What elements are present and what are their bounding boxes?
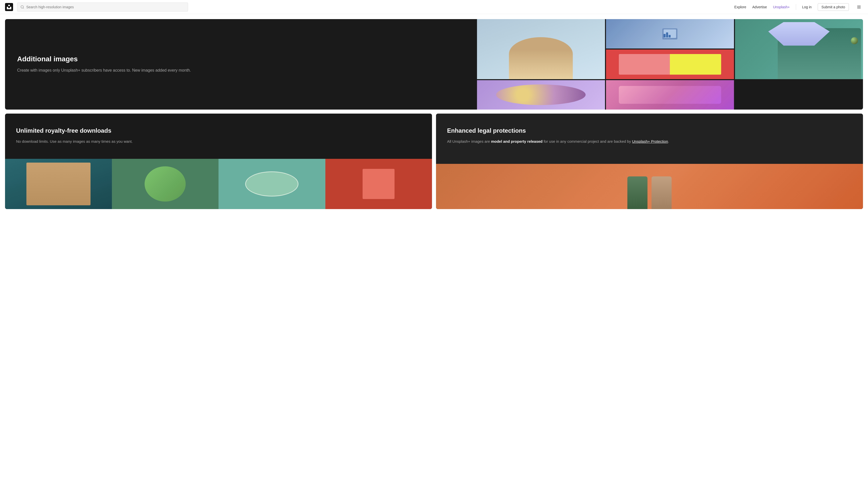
downloads-title: Unlimited royalty-free downloads bbox=[16, 127, 421, 134]
chart-bar-1 bbox=[663, 34, 665, 37]
nav-explore[interactable]: Explore bbox=[734, 5, 746, 9]
navbar: Explore Advertise Unsplash+ Log in Submi… bbox=[0, 0, 868, 14]
submit-photo-button[interactable]: Submit a photo bbox=[818, 3, 849, 11]
nav-menu-button[interactable] bbox=[855, 3, 863, 11]
grid-image-abstract-wave bbox=[606, 80, 734, 109]
ball-icon-shape bbox=[851, 37, 858, 44]
legal-image-area bbox=[436, 164, 863, 209]
additional-images-card: Additional images Create with images onl… bbox=[5, 19, 863, 109]
bottom-cards-row: Unlimited royalty-free downloads No down… bbox=[5, 114, 863, 209]
main-content: Additional images Create with images onl… bbox=[0, 14, 868, 214]
additional-images-title: Additional images bbox=[17, 55, 465, 63]
strip-image-leaf bbox=[112, 159, 219, 209]
additional-images-grid bbox=[477, 19, 863, 109]
grid-image-person-water bbox=[477, 19, 605, 79]
legal-desc-plain1: All Unsplash+ images are bbox=[447, 139, 491, 143]
legal-desc-end: . bbox=[668, 139, 669, 143]
svg-point-0 bbox=[21, 5, 23, 8]
cactus-shape bbox=[363, 169, 395, 199]
additional-images-description: Create with images only Unsplash+ subscr… bbox=[17, 67, 465, 74]
person-strip-shape bbox=[26, 163, 91, 205]
laptop-icon-shape bbox=[662, 28, 677, 39]
nav-login[interactable]: Log in bbox=[802, 5, 812, 9]
legal-people-container bbox=[627, 176, 672, 209]
legal-text: Enhanced legal protections All Unsplash+… bbox=[436, 114, 863, 153]
nav-unsplash-plus[interactable]: Unsplash+ bbox=[773, 5, 790, 9]
downloads-description: No download limits. Use as many images a… bbox=[16, 138, 421, 145]
downloads-card: Unlimited royalty-free downloads No down… bbox=[5, 114, 432, 209]
chart-bar-2 bbox=[666, 32, 668, 37]
chart-bar-3 bbox=[669, 35, 671, 37]
lying-people-shape bbox=[619, 54, 721, 75]
legal-desc-plain2: for use in any commercial project and ar… bbox=[542, 139, 632, 143]
additional-images-text: Additional images Create with images onl… bbox=[5, 19, 477, 109]
bowl-shape bbox=[245, 171, 299, 196]
downloads-image-strip bbox=[5, 159, 432, 209]
abstract-wave-shape bbox=[619, 86, 721, 103]
search-input[interactable] bbox=[26, 5, 185, 9]
unsplash-logo[interactable] bbox=[5, 3, 13, 11]
legal-title: Enhanced legal protections bbox=[447, 127, 852, 134]
downloads-text: Unlimited royalty-free downloads No down… bbox=[5, 114, 432, 153]
person-silhouette-shape bbox=[509, 37, 573, 79]
legal-card: Enhanced legal protections All Unsplash+… bbox=[436, 114, 863, 209]
unsplash-protection-link[interactable]: Unsplash+ Protection bbox=[632, 139, 668, 143]
laptop-screen bbox=[663, 29, 676, 38]
legal-person-2 bbox=[651, 176, 672, 209]
grid-image-laptop-chart bbox=[606, 19, 734, 48]
nav-divider bbox=[796, 4, 796, 10]
search-icon bbox=[20, 5, 24, 9]
nav-advertise[interactable]: Advertise bbox=[752, 5, 767, 9]
legal-desc-bold: model and property released bbox=[491, 139, 542, 143]
leaf-shape bbox=[136, 166, 194, 201]
hamburger-icon bbox=[857, 5, 861, 9]
strip-image-person bbox=[5, 159, 112, 209]
strip-image-bowl bbox=[218, 159, 326, 209]
strip-image-cactus bbox=[326, 159, 432, 209]
search-bar[interactable] bbox=[17, 2, 188, 11]
legal-description: All Unsplash+ images are model and prope… bbox=[447, 138, 852, 145]
grid-image-lying-people bbox=[606, 50, 734, 79]
grid-image-abstract-3d bbox=[477, 80, 605, 109]
abstract-3d-shape bbox=[496, 85, 586, 105]
nav-links: Explore Advertise Unsplash+ Log in Submi… bbox=[734, 3, 863, 11]
laptop-container bbox=[662, 28, 677, 39]
legal-person-1 bbox=[627, 176, 648, 209]
